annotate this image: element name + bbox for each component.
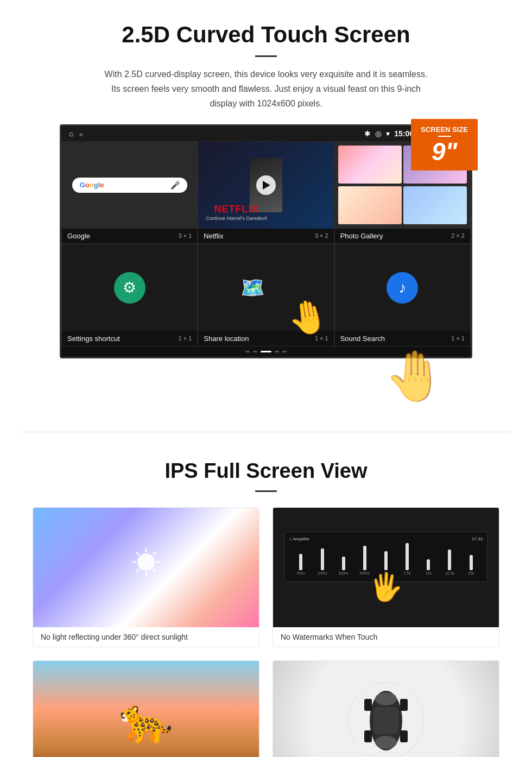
svg-rect-14 xyxy=(400,699,408,711)
hand-touch-icon: 🖐 xyxy=(369,571,403,603)
svg-rect-16 xyxy=(400,730,408,742)
google-cell-inner: Google 🎤 xyxy=(62,142,197,229)
google-search-bar[interactable]: Google 🎤 xyxy=(72,178,187,193)
netflix-app-name: Netflix xyxy=(204,232,223,240)
pagination-dot-2 xyxy=(253,351,257,352)
status-bar: ⌂ ⬦ ✱ ◎ ▾ 15:06 📷 🔊 ✕ ▭ xyxy=(61,126,471,141)
netflix-app-size: 3 × 2 xyxy=(315,232,328,239)
share-location-cell-inner: 🗺️ 🤚 xyxy=(198,244,333,331)
screen-mockup: Screen Size 9" ⌂ ⬦ ✱ ◎ ▾ 15:06 📷 xyxy=(60,124,472,358)
amp-header: ⌂ Amplifier 17:33 xyxy=(289,537,483,541)
sunlight-image xyxy=(33,508,259,627)
netflix-subtitle: Continue Marvel's Daredevil xyxy=(206,216,267,221)
img-card-amplifier: ⌂ Amplifier 17:33 60hz 100hz xyxy=(273,507,499,647)
hand-gesture-icon: 🤚 xyxy=(384,348,445,405)
cheetah-icon: 🐆 xyxy=(119,695,173,746)
title-underline xyxy=(255,55,277,57)
eq-bar-100hz: 100hz xyxy=(313,548,332,575)
share-location-app-size: 1 × 1 xyxy=(315,335,328,342)
amp-time: 17:33 xyxy=(472,537,483,541)
netflix-overlay: NETFLIX Continue Marvel's Daredevil xyxy=(206,204,267,221)
settings-app-name: Settings shortcut xyxy=(67,335,120,343)
gallery-app-size: 2 × 2 xyxy=(451,232,465,239)
section1-title: 2.5D Curved Touch Screen xyxy=(33,22,499,48)
amplifier-caption: No Watermarks When Touch xyxy=(273,627,499,647)
settings-icon-circle: ⚙ xyxy=(114,272,145,304)
car-top-svg xyxy=(345,672,427,757)
app-cell-settings[interactable]: ⚙ Settings shortcut 1 × 1 xyxy=(61,244,198,346)
sunlight-caption: No light reflecting under 360° direct su… xyxy=(33,627,259,647)
section2-title: IPS Full Screen View xyxy=(33,459,499,483)
google-app-name: Google xyxy=(67,232,90,240)
app-grid: Google 🎤 Google 3 × 1 xyxy=(61,141,471,346)
mic-icon: 🎤 xyxy=(170,181,180,190)
app-cell-google[interactable]: Google 🎤 Google 3 × 1 xyxy=(61,141,198,244)
badge-size: 9" xyxy=(421,139,468,164)
app-cell-sound-search[interactable]: ♪ Sound Search 1 × 1 xyxy=(334,244,471,346)
svg-rect-15 xyxy=(364,730,372,742)
google-footer: Google 3 × 1 xyxy=(62,229,197,243)
section2-title-underline xyxy=(255,490,277,492)
hand-pointer-icon: 🤚 xyxy=(284,295,331,340)
svg-point-0 xyxy=(137,553,155,571)
usb-icon: ⬦ xyxy=(79,129,83,138)
svg-point-11 xyxy=(375,692,397,705)
amp-title: ⌂ Amplifier xyxy=(289,537,310,541)
sound-search-footer: Sound Search 1 × 1 xyxy=(335,331,470,346)
settings-footer: Settings shortcut 1 × 1 xyxy=(62,331,197,346)
play-button[interactable] xyxy=(256,175,276,195)
eq-bar-12-5k: 12.5k xyxy=(440,550,459,575)
svg-line-8 xyxy=(136,569,139,572)
gallery-app-name: Photo Gallery xyxy=(340,232,383,240)
img-card-sunlight: No light reflecting under 360° direct su… xyxy=(33,507,259,647)
bluetooth-icon: ✱ xyxy=(364,129,371,138)
status-bar-left: ⌂ ⬦ xyxy=(69,129,83,138)
screen-size-badge: Screen Size 9" xyxy=(411,119,478,171)
netflix-cell-inner: NETFLIX Continue Marvel's Daredevil xyxy=(198,142,333,229)
app-cell-share-location[interactable]: 🗺️ 🤚 Share location 1 × 1 xyxy=(198,244,334,346)
eq-bar-2-5k: 2.5k xyxy=(398,543,417,575)
sound-search-app-size: 1 × 1 xyxy=(451,335,465,342)
sun-svg xyxy=(124,546,168,589)
cheetah-image: 🐆 xyxy=(33,661,259,757)
share-location-app-name: Share location xyxy=(204,335,249,343)
section-ips-screen: IPS Full Screen View No light reflecting… xyxy=(0,449,532,757)
eq-bar-15k: 15k xyxy=(461,555,480,575)
play-triangle xyxy=(263,181,270,190)
badge-underline xyxy=(438,136,451,137)
gallery-thumb-3 xyxy=(338,186,402,224)
section-divider xyxy=(22,432,510,432)
google-logo: Google xyxy=(80,181,104,189)
gallery-footer: Photo Gallery 2 × 2 xyxy=(335,229,470,243)
svg-point-12 xyxy=(375,736,397,749)
netflix-footer: Netflix 3 × 2 xyxy=(198,229,333,243)
pagination-dot-1 xyxy=(245,351,250,352)
netflix-logo: NETFLIX xyxy=(206,204,267,215)
maps-icon: 🗺️ xyxy=(239,275,265,301)
sound-search-cell-inner: ♪ xyxy=(335,244,470,331)
svg-rect-13 xyxy=(364,699,372,711)
img-card-cheetah: 🐆 Super Fast Response xyxy=(33,660,259,757)
eq-bar-10k: 10k xyxy=(419,559,438,575)
music-note-icon: ♪ xyxy=(398,279,406,297)
section-curved-screen: 2.5D Curved Touch Screen With 2.5D curve… xyxy=(0,0,532,415)
eq-bar-200hz: 200hz xyxy=(334,557,353,575)
wifi-icon: ▾ xyxy=(386,129,390,138)
img-card-car: Large Viewing Angle xyxy=(273,660,499,757)
svg-line-5 xyxy=(136,552,139,555)
car-image xyxy=(273,661,499,757)
pagination-dot-4 xyxy=(275,351,279,352)
svg-line-6 xyxy=(153,569,156,572)
google-app-size: 3 × 1 xyxy=(179,232,192,239)
badge-label: Screen Size xyxy=(421,125,468,134)
device-screen: ⌂ ⬦ ✱ ◎ ▾ 15:06 📷 🔊 ✕ ▭ xyxy=(60,124,472,358)
app-cell-netflix[interactable]: NETFLIX Continue Marvel's Daredevil Netf… xyxy=(198,141,334,244)
settings-cell-inner: ⚙ xyxy=(62,244,197,331)
section1-description: With 2.5D curved-display screen, this de… xyxy=(103,67,429,111)
eq-bar-60hz: 60hz xyxy=(292,554,311,575)
svg-line-7 xyxy=(153,552,156,555)
gallery-thumb-1 xyxy=(338,146,402,184)
svg-rect-17 xyxy=(373,707,398,734)
home-icon: ⌂ xyxy=(69,129,73,138)
sound-icon-circle: ♪ xyxy=(387,272,418,304)
